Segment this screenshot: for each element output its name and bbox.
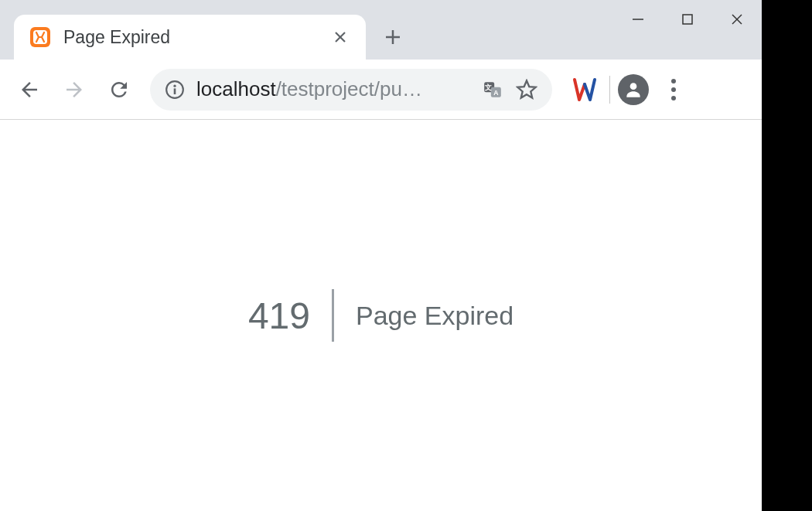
- svg-rect-1: [683, 15, 692, 24]
- error-message: Page Expired: [334, 301, 513, 331]
- url-path: /testproject/pu…: [276, 77, 422, 100]
- address-bar[interactable]: localhost/testproject/pu… 文 A: [150, 69, 552, 111]
- extension-w-icon[interactable]: [568, 73, 602, 107]
- error-code: 419: [248, 295, 332, 337]
- close-tab-button[interactable]: [330, 27, 350, 47]
- bookmark-icon[interactable]: [515, 78, 538, 101]
- svg-point-17: [630, 83, 637, 90]
- maximize-button[interactable]: [663, 0, 712, 39]
- url-host: localhost: [196, 77, 276, 100]
- svg-rect-12: [174, 88, 176, 94]
- svg-point-11: [173, 84, 176, 87]
- close-window-button[interactable]: [712, 0, 762, 39]
- tab-strip: Page Expired: [0, 12, 411, 60]
- svg-text:文: 文: [484, 83, 492, 91]
- page-content: 419 Page Expired: [0, 120, 762, 511]
- menu-button[interactable]: [657, 73, 691, 107]
- site-info-icon[interactable]: [164, 79, 186, 100]
- reload-button[interactable]: [99, 70, 139, 110]
- browser-tab[interactable]: Page Expired: [14, 15, 366, 60]
- new-tab-button[interactable]: [375, 19, 411, 55]
- url-text: localhost/testproject/pu…: [196, 77, 470, 101]
- window-controls: [613, 0, 762, 39]
- minimize-button[interactable]: [613, 0, 663, 39]
- toolbar: localhost/testproject/pu… 文 A: [0, 60, 762, 120]
- xampp-favicon: [29, 26, 51, 48]
- titlebar: Page Expired: [0, 0, 762, 60]
- svg-text:A: A: [493, 88, 499, 96]
- back-button[interactable]: [9, 70, 49, 110]
- toolbar-divider: [609, 76, 610, 104]
- tab-title: Page Expired: [63, 27, 330, 48]
- forward-button[interactable]: [54, 70, 94, 110]
- right-black-region: [762, 0, 812, 511]
- error-display: 419 Page Expired: [248, 289, 513, 342]
- extensions-area: [568, 73, 691, 107]
- profile-button[interactable]: [618, 74, 649, 105]
- translate-icon[interactable]: 文 A: [481, 78, 504, 101]
